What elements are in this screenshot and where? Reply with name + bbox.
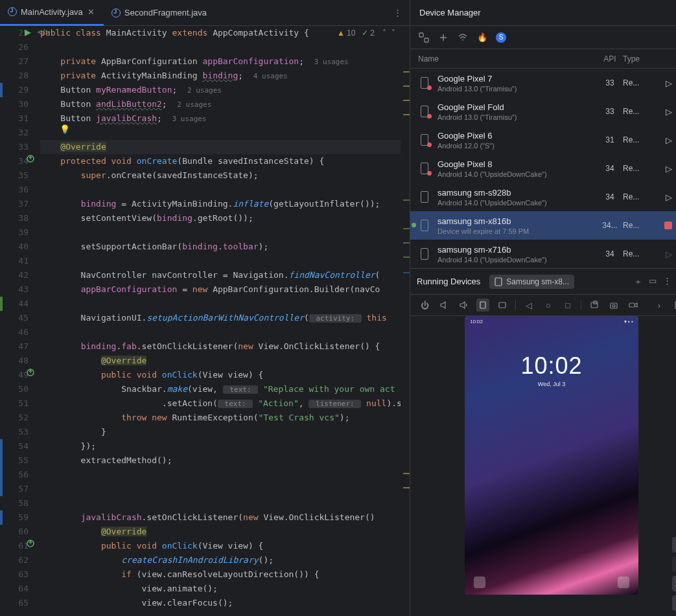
warnings-badge[interactable]: ▲10 xyxy=(337,29,355,38)
device-subtitle: Android 14.0 ("UpsideDownCake") xyxy=(437,199,597,207)
device-row[interactable]: samsung sm-s928bAndroid 14.0 ("UpsideDow… xyxy=(410,183,676,211)
device-name: Google Pixel Fold xyxy=(437,102,597,112)
device-api: 34 xyxy=(597,192,623,201)
run-device-button[interactable]: ▷ xyxy=(666,164,672,174)
more-icon[interactable]: ⋮ xyxy=(663,276,671,288)
firebase-icon[interactable]: 🔥 xyxy=(476,32,488,43)
lockscreen-date: Wed, Jul 3 xyxy=(538,381,565,387)
device-type: Re... xyxy=(623,249,653,258)
device-icon xyxy=(418,105,431,118)
running-device-tab[interactable]: Samsung sm-x8... xyxy=(489,275,574,289)
rotate-left-icon[interactable] xyxy=(476,299,489,312)
device-subtitle: Android 13.0 ("Tiramisu") xyxy=(437,85,597,93)
device-row[interactable]: samsung sm-x716bAndroid 14.0 ("UpsideDow… xyxy=(410,240,676,268)
running-devices-tabs: Running Devices Samsung sm-x8... ＋ ▭ ⋮ — xyxy=(410,269,676,295)
device-type: Re... xyxy=(623,135,653,144)
device-type: Re... xyxy=(623,107,653,116)
device-subtitle: Android 14.0 ("UpsideDownCake") xyxy=(437,170,597,178)
override-marker-icon[interactable] xyxy=(26,154,35,163)
window-mode-icon[interactable]: ▭ xyxy=(649,276,657,288)
snapshot-icon[interactable] xyxy=(588,299,601,312)
code-nav-icon[interactable]: </> xyxy=(38,27,50,37)
checks-badge[interactable]: ✓2 xyxy=(362,29,375,38)
device-icon xyxy=(418,133,431,146)
stop-device-button[interactable] xyxy=(664,222,672,229)
device-subtitle: Device will expire at 7:59 PM xyxy=(437,227,597,235)
close-icon[interactable]: ✕ xyxy=(87,7,96,16)
run-device-button[interactable]: ▷ xyxy=(666,78,672,88)
device-icon xyxy=(418,162,431,175)
volume-down-icon[interactable] xyxy=(457,299,470,312)
device-api: 33 xyxy=(597,78,623,87)
device-api: 34 xyxy=(597,249,623,258)
device-name: Google Pixel 7 xyxy=(437,74,597,84)
rotate-right-icon[interactable] xyxy=(496,299,509,312)
device-icon xyxy=(418,76,431,89)
device-api: 33 xyxy=(597,107,623,116)
device-row[interactable]: Google Pixel 7Android 13.0 ("Tiramisu")3… xyxy=(410,69,676,97)
run-device-button[interactable]: ▷ xyxy=(666,249,672,259)
device-type: Re... xyxy=(623,164,653,173)
record-icon[interactable] xyxy=(627,299,640,312)
device-type: Re... xyxy=(623,78,653,87)
volume-up-icon[interactable] xyxy=(437,299,450,312)
device-screen[interactable]: 10:02▾ ▪ ▪ 10:02 Wed, Jul 3 xyxy=(465,316,638,595)
pair-devices-icon[interactable] xyxy=(418,32,430,43)
device-api: 31 xyxy=(597,135,623,144)
java-file-icon xyxy=(8,7,17,16)
tab-label: MainActivity.java xyxy=(21,7,83,17)
svg-point-11 xyxy=(612,304,615,307)
tabs-overflow-menu[interactable]: ⋮ xyxy=(391,5,404,20)
lightbulb-icon[interactable]: 💡 xyxy=(60,124,70,134)
run-device-button[interactable]: ▷ xyxy=(666,192,672,202)
overview-icon[interactable]: □ xyxy=(561,299,574,312)
override-marker-icon[interactable] xyxy=(26,368,35,377)
add-tab-icon[interactable]: ＋ xyxy=(634,276,642,288)
run-device-button[interactable]: ▷ xyxy=(666,107,672,117)
wifi-icon[interactable] xyxy=(457,32,469,43)
device-row[interactable]: Google Pixel FoldAndroid 13.0 ("Tiramisu… xyxy=(410,97,676,126)
device-subtitle: Android 12.0 ("S") xyxy=(437,142,597,150)
home-icon[interactable]: ○ xyxy=(542,299,555,312)
code-editor[interactable]: public class MainActivity extends AppCom… xyxy=(38,26,401,616)
device-icon xyxy=(418,190,431,203)
device-subtitle: Android 14.0 ("UpsideDownCake") xyxy=(437,256,597,264)
svg-rect-6 xyxy=(480,302,485,308)
zoom-ratio-button[interactable]: 1:1 xyxy=(672,576,676,591)
override-marker-icon[interactable] xyxy=(26,539,35,548)
zoom-in-button[interactable]: ＋ xyxy=(672,537,676,553)
back-icon[interactable]: ◁ xyxy=(522,299,535,312)
svg-rect-5 xyxy=(495,278,502,286)
device-manager-toolbar: 🔥 S xyxy=(410,26,676,49)
run-icon[interactable]: ▶ xyxy=(25,27,31,37)
add-device-icon[interactable] xyxy=(437,32,449,43)
samsung-icon[interactable]: S xyxy=(496,32,506,43)
run-device-button[interactable]: ▷ xyxy=(666,135,672,145)
device-name: samsung sm-s928b xyxy=(437,188,597,198)
zoom-out-button[interactable]: － xyxy=(672,556,676,572)
device-name: samsung sm-x716b xyxy=(437,245,597,255)
device-icon xyxy=(418,247,431,260)
col-type: Type xyxy=(623,54,653,63)
next-issue-icon[interactable]: ˅ xyxy=(390,27,397,39)
device-name: Google Pixel 8 xyxy=(437,159,597,169)
svg-rect-7 xyxy=(499,302,506,308)
device-row[interactable]: Google Pixel 6Android 12.0 ("S")31Re...▷… xyxy=(410,126,676,154)
layout-inspector-icon[interactable] xyxy=(672,299,676,312)
screenshot-icon[interactable] xyxy=(607,299,620,312)
col-name: Name xyxy=(418,54,597,63)
tab-main-activity[interactable]: MainActivity.java ✕ xyxy=(0,0,104,26)
device-row[interactable]: samsung sm-x816bDevice will expire at 7:… xyxy=(410,211,676,240)
prev-issue-icon[interactable]: ˄ xyxy=(381,27,388,39)
power-icon[interactable]: ⏻ xyxy=(418,299,431,312)
zoom-fit-button[interactable]: ▭ xyxy=(672,595,676,611)
svg-rect-4 xyxy=(425,38,428,42)
device-type: Re... xyxy=(623,221,653,230)
emulator-controls: ⏻ ◁ ○ □ › xyxy=(410,295,676,316)
java-file-icon xyxy=(111,8,121,17)
minimap[interactable] xyxy=(401,26,410,616)
tab-second-fragment[interactable]: SecondFragment.java xyxy=(104,0,215,26)
svg-rect-3 xyxy=(419,33,423,37)
chevron-right-icon[interactable]: › xyxy=(653,299,666,312)
device-row[interactable]: Google Pixel 8Android 14.0 ("UpsideDownC… xyxy=(410,154,676,183)
